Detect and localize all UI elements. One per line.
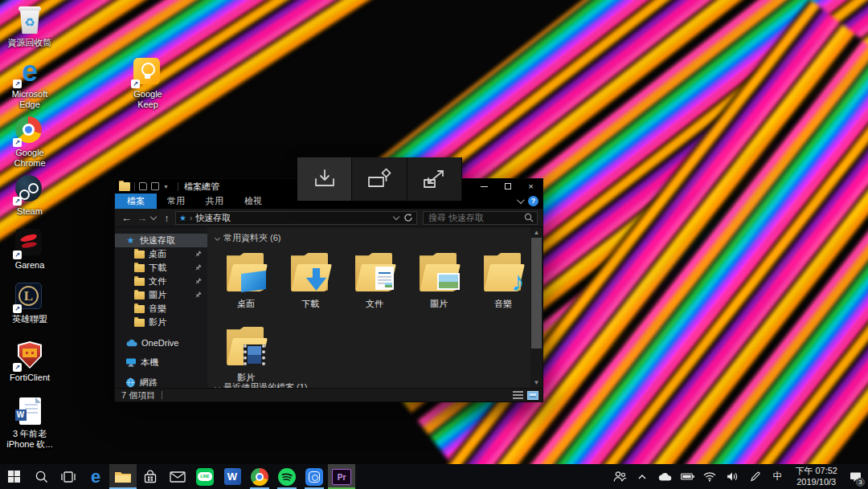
- desktop-icon-chrome[interactable]: ↗ Google Chrome: [4, 116, 55, 168]
- wifi-button[interactable]: [700, 464, 719, 489]
- qat-properties-icon[interactable]: [139, 182, 147, 190]
- windows-ink-button[interactable]: [745, 464, 764, 489]
- sidebar-item-documents[interactable]: 文件: [115, 275, 207, 288]
- scroll-up-icon[interactable]: ▲: [530, 227, 542, 238]
- recycle-bin-icon: ♻: [18, 6, 42, 34]
- recent-locations-icon[interactable]: [150, 214, 157, 220]
- details-view-button[interactable]: [513, 391, 523, 400]
- folder-tile-videos[interactable]: 影片: [214, 324, 278, 388]
- task-view-button[interactable]: [55, 464, 82, 489]
- expand-window-button[interactable]: [407, 157, 462, 201]
- vertical-scrollbar[interactable]: ▲ ▼: [530, 227, 542, 388]
- taskbar-chrome-button[interactable]: [246, 464, 273, 489]
- taskbar-word-button[interactable]: W: [219, 464, 246, 489]
- desktop-icon-word-document[interactable]: W 3 年前老 iPhone 砍...: [4, 397, 55, 449]
- file-explorer-icon: [114, 470, 132, 483]
- word-document-icon: W: [19, 397, 41, 425]
- premiere-pro-icon: Pr: [332, 469, 351, 485]
- ribbon-collapse-icon[interactable]: [517, 196, 525, 204]
- desktop-icon-garena[interactable]: ↗ Garena: [4, 229, 55, 271]
- people-button[interactable]: [610, 464, 629, 489]
- onedrive-tray-button[interactable]: [655, 464, 674, 489]
- desktop[interactable]: ♻ 資源回收筒 e↗ Microsoft Edge ↗ Google Chrom…: [0, 0, 868, 464]
- volume-button[interactable]: [723, 464, 742, 489]
- maximize-button[interactable]: [496, 179, 519, 194]
- folder-icon: [134, 251, 145, 259]
- notification-count-badge: 3: [856, 478, 865, 487]
- desktop-icon-steam[interactable]: ↗ Steam: [4, 175, 55, 217]
- address-bar[interactable]: ★ › 快速存取: [175, 211, 417, 225]
- minimize-button[interactable]: [473, 179, 496, 194]
- sidebar-item-pictures[interactable]: 圖片: [115, 288, 207, 302]
- breadcrumb[interactable]: 快速存取: [195, 212, 231, 224]
- shortcut-arrow-icon: ↗: [13, 197, 22, 206]
- tab-view[interactable]: 檢視: [234, 194, 272, 209]
- pin-icon: [194, 264, 202, 271]
- search-box[interactable]: [423, 211, 538, 225]
- tray-expand-button[interactable]: [633, 464, 652, 489]
- network-globe-icon: [125, 377, 136, 388]
- scrollbar-thumb[interactable]: [531, 238, 542, 348]
- sidebar-item-onedrive[interactable]: OneDrive: [115, 336, 207, 349]
- address-dropdown-icon[interactable]: [393, 214, 399, 220]
- start-button[interactable]: [0, 464, 27, 489]
- document-glyph-icon: [375, 267, 394, 290]
- sidebar-item-music[interactable]: 音樂: [115, 302, 207, 316]
- desktop-icon-recycle-bin[interactable]: ♻ 資源回收筒: [4, 6, 55, 48]
- help-button[interactable]: ?: [528, 196, 538, 206]
- tab-home[interactable]: 常用: [157, 194, 195, 209]
- large-icons-view-button[interactable]: [527, 391, 538, 400]
- taskbar: e W Pr: [0, 464, 868, 489]
- sidebar-item-videos[interactable]: 影片: [115, 316, 207, 329]
- dock-window-button[interactable]: [297, 157, 352, 201]
- search-icon[interactable]: [524, 213, 534, 222]
- desktop-icon-google-keep[interactable]: ↗ Google Keep: [122, 58, 174, 109]
- forward-button[interactable]: →: [135, 212, 149, 224]
- taskbar-spotify-button[interactable]: [273, 464, 301, 489]
- qat-new-folder-icon[interactable]: [151, 182, 159, 190]
- battery-button[interactable]: [678, 464, 697, 489]
- system-tray: 中 下午 07:52 2019/10/3 3: [610, 464, 868, 489]
- desktop-icon-league-of-legends[interactable]: L↗ 英雄聯盟: [4, 283, 55, 324]
- pin-window-button[interactable]: [352, 157, 407, 201]
- section-recent-files[interactable]: 最近使用過的檔案 (1): [214, 381, 308, 388]
- tab-share[interactable]: 共用: [195, 194, 234, 209]
- up-button[interactable]: ↑: [160, 212, 174, 224]
- qat-caret-icon[interactable]: ▼: [163, 184, 169, 189]
- taskbar-line-button[interactable]: [191, 464, 219, 489]
- folder-tile-pictures[interactable]: 圖片: [407, 250, 471, 324]
- folder-icon: [134, 291, 145, 300]
- tab-file[interactable]: 檔案: [115, 194, 157, 209]
- sidebar-item-downloads[interactable]: 下載: [115, 261, 207, 275]
- sidebar-item-desktop[interactable]: 桌面: [115, 247, 207, 261]
- taskbar-clock[interactable]: 下午 07:52 2019/10/3: [790, 466, 842, 488]
- refresh-icon[interactable]: [403, 213, 413, 222]
- desktop-icon-forticlient[interactable]: ↗ FortiClient: [4, 341, 55, 383]
- sidebar-item-this-pc[interactable]: 本機: [115, 356, 207, 369]
- close-button[interactable]: ×: [519, 179, 542, 194]
- taskbar-search-button[interactable]: [27, 464, 55, 489]
- action-center-button[interactable]: 3: [845, 464, 865, 489]
- folder-tile-desktop[interactable]: 桌面: [214, 250, 278, 324]
- taskbar-mail-button[interactable]: [164, 464, 191, 489]
- spotify-icon: [278, 468, 296, 486]
- taskbar-store-button[interactable]: [137, 464, 164, 489]
- folder-tile-documents[interactable]: 文件: [342, 250, 407, 324]
- taskbar-premiere-button[interactable]: Pr: [328, 464, 355, 489]
- scroll-down-icon[interactable]: ▼: [530, 377, 542, 388]
- ime-indicator[interactable]: 中: [768, 464, 787, 489]
- section-frequent-folders[interactable]: 常用資料夾 (6): [214, 232, 542, 244]
- search-input[interactable]: [427, 212, 524, 223]
- section-collapse-icon[interactable]: [215, 235, 220, 241]
- sidebar-item-quick-access[interactable]: ★ 快速存取: [115, 234, 207, 247]
- back-button[interactable]: ←: [120, 212, 133, 224]
- sidebar-item-network[interactable]: 網路: [115, 376, 207, 388]
- desktop-icon-edge[interactable]: e↗ Microsoft Edge: [4, 58, 55, 109]
- taskbar-camera-app-button[interactable]: [301, 464, 328, 489]
- edge-icon: e: [91, 468, 100, 486]
- folder-content-area[interactable]: 常用資料夾 (6) 桌面 下載 文件: [207, 227, 542, 388]
- folder-tile-downloads[interactable]: 下載: [278, 250, 342, 324]
- taskbar-edge-button[interactable]: e: [82, 464, 109, 489]
- taskbar-file-explorer-button[interactable]: [109, 464, 137, 489]
- folder-tile-music[interactable]: ♪ 音樂: [471, 250, 535, 324]
